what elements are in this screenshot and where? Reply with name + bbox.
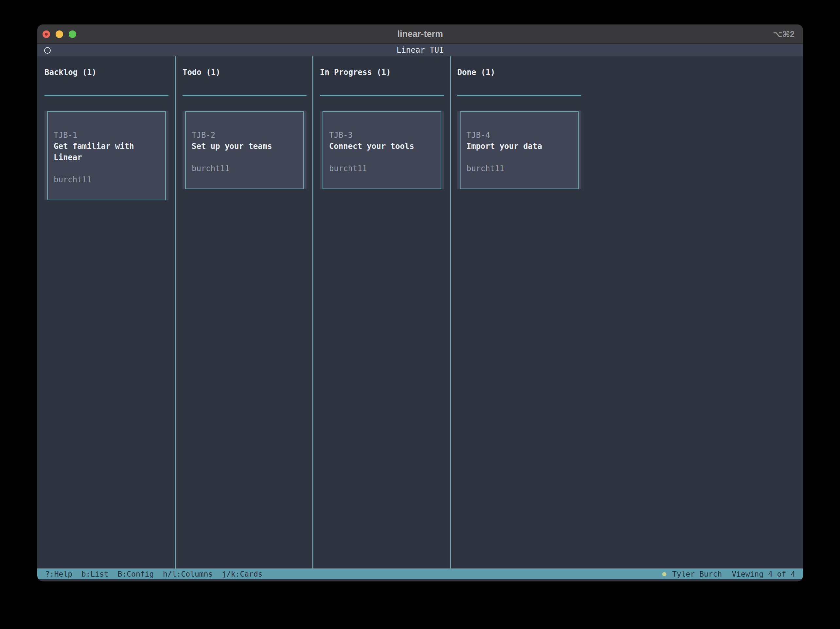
terminal-tab-bar: Linear TUI — [37, 44, 803, 56]
terminal-window: linear-term ⌥⌘2 Linear TUI Backlog (1) T… — [37, 25, 803, 581]
column-underline — [320, 95, 444, 96]
issue-card-border: TJB-2 Set up your teams burcht11 — [185, 111, 304, 189]
issue-assignee: burcht11 — [192, 163, 297, 174]
column-done: Done (1) TJB-4 Import your data burcht11 — [451, 56, 803, 569]
tab-title: Linear TUI — [37, 44, 803, 56]
issue-card-border: TJB-3 Connect your tools burcht11 — [322, 111, 441, 189]
column-header: In Progress (1) — [320, 67, 450, 77]
issue-card[interactable]: TJB-4 Import your data burcht11 — [457, 111, 581, 189]
status-bar: ?:Help b:List B:Config h/l:Columns j/k:C… — [37, 569, 803, 579]
issue-card-border: TJB-1 Get familiar with Linear burcht11 — [47, 111, 166, 200]
status-viewing-count: Viewing 4 of 4 — [732, 570, 795, 578]
status-right: ● Tyler Burch Viewing 4 of 4 — [662, 569, 795, 579]
issue-assignee: burcht11 — [329, 163, 435, 174]
issue-title: Set up your teams — [192, 141, 297, 152]
column-header: Todo (1) — [183, 67, 313, 77]
issue-card[interactable]: TJB-2 Set up your teams burcht11 — [183, 111, 306, 189]
window-titlebar: linear-term ⌥⌘2 — [37, 25, 803, 44]
issue-id: TJB-2 — [192, 130, 297, 141]
issue-title: Get familiar with Linear — [54, 141, 159, 163]
window-title: linear-term — [37, 25, 803, 44]
issue-id: TJB-3 — [329, 130, 435, 141]
status-keyboard-shortcuts: ?:Help b:List B:Config h/l:Columns j/k:C… — [45, 570, 263, 578]
issue-id: TJB-4 — [466, 130, 572, 141]
column-header: Done (1) — [457, 67, 803, 77]
issue-card[interactable]: TJB-1 Get familiar with Linear burcht11 — [44, 111, 169, 200]
window-shortcut-badge: ⌥⌘2 — [773, 25, 794, 44]
issue-assignee: burcht11 — [54, 174, 159, 185]
issue-title: Connect your tools — [329, 141, 435, 152]
status-user-name: Tyler Burch — [672, 570, 722, 578]
column-underline — [183, 95, 306, 96]
column-backlog: Backlog (1) TJB-1 Get familiar with Line… — [38, 56, 175, 569]
issue-assignee: burcht11 — [466, 163, 572, 174]
column-header: Backlog (1) — [44, 67, 175, 77]
issue-card[interactable]: TJB-3 Connect your tools burcht11 — [320, 111, 444, 189]
column-todo: Todo (1) TJB-2 Set up your teams burcht1… — [176, 56, 313, 569]
user-status-dot-icon: ● — [662, 569, 666, 579]
column-underline — [44, 95, 169, 96]
desktop-background: linear-term ⌥⌘2 Linear TUI Backlog (1) T… — [0, 0, 840, 629]
issue-card-border: TJB-4 Import your data burcht11 — [460, 111, 579, 189]
kanban-board: Backlog (1) TJB-1 Get familiar with Line… — [37, 56, 803, 569]
column-underline — [457, 95, 581, 96]
column-in-progress: In Progress (1) TJB-3 Connect your tools… — [313, 56, 450, 569]
issue-title: Import your data — [466, 141, 572, 152]
issue-id: TJB-1 — [54, 130, 159, 141]
